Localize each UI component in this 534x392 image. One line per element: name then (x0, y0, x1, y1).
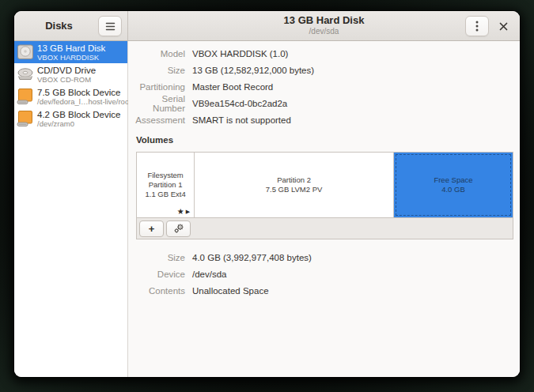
field-label: Serial Number (130, 94, 185, 113)
app-menu-button[interactable] (98, 16, 122, 36)
close-button[interactable] (494, 17, 513, 35)
field-value: Master Boot Record (192, 82, 273, 92)
app-title: Disks (25, 20, 93, 32)
info-row-volume-size: Size 4.0 GB (3,992,977,408 bytes) (130, 249, 513, 266)
optical-drive-icon (17, 66, 34, 83)
main-header: 13 GB Hard Disk /dev/sda (128, 11, 520, 40)
field-label: Size (130, 253, 185, 262)
field-label: Assessment (130, 115, 185, 125)
selected-volume-info: Size 4.0 GB (3,992,977,408 bytes) Device… (130, 249, 513, 299)
disks-window: Disks 13 GB Hard Disk /dev/sda (14, 11, 520, 377)
close-icon (499, 22, 508, 31)
sidebar-item-hard-disk[interactable]: 13 GB Hard Disk VBOX HARDDISK (14, 41, 127, 63)
volume-segment-free-space[interactable]: Free Space 4.0 GB (393, 153, 513, 217)
info-row-device: Device /dev/sda (130, 266, 513, 282)
device-name: 4.2 GB Block Device (37, 110, 120, 120)
volumes-grid: Filesystem Partition 1 1.1 GB Ext4 ★ ▶ P… (136, 152, 513, 218)
kebab-menu-icon (475, 21, 479, 32)
segment-label: Filesystem Partition 1 1.1 GB Ext4 (145, 171, 185, 199)
mounted-play-icon: ▶ (186, 209, 190, 215)
field-value: SMART is not supported (192, 115, 291, 125)
field-label: Model (130, 49, 185, 58)
segment-label: Partition 2 7.5 GB LVM2 PV (266, 175, 323, 194)
bootable-star-icon: ★ (177, 207, 184, 216)
volumes-heading: Volumes (136, 135, 513, 149)
field-value: 13 GB (12,582,912,000 bytes) (192, 66, 314, 75)
segment-label: Free Space 4.0 GB (434, 175, 472, 194)
sidebar-item-text: 7.5 GB Block Device /dev/fedora_l…host-l… (37, 88, 125, 106)
titlebar: Disks 13 GB Hard Disk /dev/sda (14, 11, 520, 41)
block-device-icon (17, 88, 34, 105)
device-sidebar: 13 GB Hard Disk VBOX HARDDISK CD/DVD Dri… (14, 41, 128, 377)
volume-segment-partition-2[interactable]: Partition 2 7.5 GB LVM2 PV (194, 153, 393, 217)
sidebar-item-text: 13 GB Hard Disk VBOX HARDDISK (37, 43, 105, 62)
volume-segment-partition-1[interactable]: Filesystem Partition 1 1.1 GB Ext4 ★ ▶ (137, 153, 194, 217)
window-body: 13 GB Hard Disk VBOX HARDDISK CD/DVD Dri… (14, 41, 520, 377)
sidebar-item-block-device-7-5[interactable]: 7.5 GB Block Device /dev/fedora_l…host-l… (14, 85, 127, 107)
info-row-assessment: Assessment SMART is not supported (130, 111, 513, 128)
info-row-size: Size 13 GB (12,582,912,000 bytes) (130, 62, 513, 78)
hard-disk-icon (17, 43, 34, 61)
plus-icon: + (149, 224, 155, 234)
info-row-serial-number: Serial Number VB9ea154cd-0bc2ad2a (130, 95, 513, 111)
field-value: VB9ea154cd-0bc2ad2a (192, 99, 287, 108)
volume-options-button[interactable] (166, 220, 191, 237)
sidebar-item-text: 4.2 GB Block Device /dev/zram0 (37, 110, 120, 128)
sidebar-item-cd-dvd[interactable]: CD/DVD Drive VBOX CD-ROM (14, 63, 127, 85)
info-row-partitioning: Partitioning Master Boot Record (130, 78, 513, 95)
drive-details-pane: Model VBOX HARDDISK (1.0) Size 13 GB (12… (128, 41, 520, 377)
gears-icon (173, 223, 184, 234)
field-value: 4.0 GB (3,992,977,408 bytes) (192, 253, 312, 262)
device-detail: /dev/zram0 (37, 120, 120, 128)
sidebar-item-block-device-4-2[interactable]: 4.2 GB Block Device /dev/zram0 (14, 107, 127, 130)
device-detail: /dev/fedora_l…host-live/root (37, 98, 125, 106)
device-name: CD/DVD Drive (37, 66, 96, 76)
sidebar-header: Disks (14, 11, 128, 40)
window-title-block: 13 GB Hard Disk /dev/sda (128, 14, 520, 36)
field-value: VBOX HARDDISK (1.0) (192, 49, 288, 58)
device-name: 7.5 GB Block Device (37, 88, 125, 98)
create-partition-button[interactable]: + (139, 220, 164, 237)
field-label: Device (130, 270, 185, 279)
volumes-toolbar: + (136, 218, 513, 239)
drive-title: 13 GB Hard Disk (128, 14, 520, 27)
field-value: Unallocated Space (192, 286, 269, 296)
drive-subtitle: /dev/sda (128, 27, 520, 36)
field-value: /dev/sda (192, 270, 226, 279)
sidebar-item-text: CD/DVD Drive VBOX CD-ROM (37, 66, 96, 84)
field-label: Size (130, 66, 185, 75)
info-row-contents: Contents Unallocated Space (130, 282, 513, 299)
device-detail: VBOX CD-ROM (37, 76, 96, 84)
hamburger-icon (105, 22, 116, 31)
block-device-icon (17, 110, 34, 127)
device-name: 13 GB Hard Disk (37, 43, 105, 54)
drive-options-button[interactable] (465, 16, 489, 36)
field-label: Partitioning (130, 82, 185, 92)
device-detail: VBOX HARDDISK (37, 54, 105, 62)
segment-flags: ★ ▶ (177, 207, 190, 216)
info-row-model: Model VBOX HARDDISK (1.0) (130, 45, 513, 62)
field-label: Contents (130, 286, 185, 296)
